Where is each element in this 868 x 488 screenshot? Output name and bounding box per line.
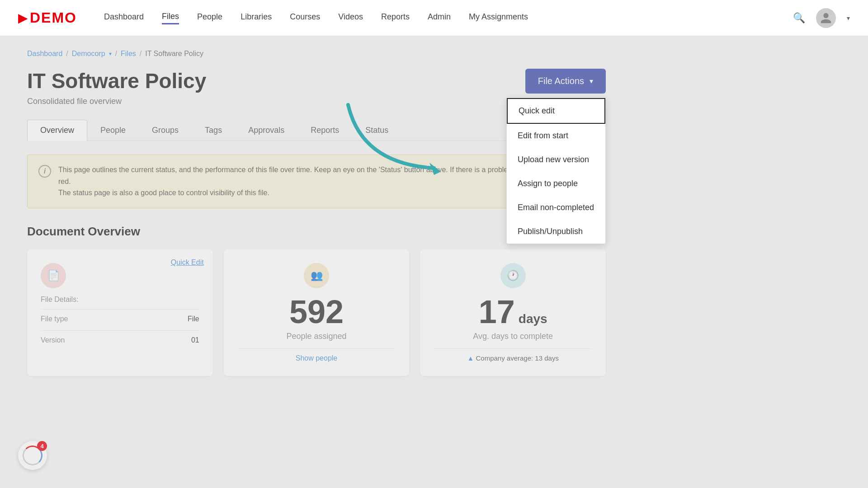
top-nav: ▶ DEMO Dashboard Files People Libraries … <box>0 0 868 36</box>
nav-admin[interactable]: Admin <box>428 12 451 23</box>
logo[interactable]: ▶ DEMO <box>18 9 77 26</box>
dropdown-item-edit-from-start[interactable]: Edit from start <box>507 124 605 148</box>
file-actions-dropdown: Quick edit Edit from start Upload new ve… <box>506 98 606 244</box>
nav-my-assignments[interactable]: My Assignments <box>469 12 528 23</box>
nav-videos[interactable]: Videos <box>338 12 363 23</box>
logo-play-icon: ▶ <box>18 10 28 25</box>
dropdown-item-assign-to-people[interactable]: Assign to people <box>507 172 605 196</box>
dropdown-item-publish-unpublish[interactable]: Publish/Unpublish <box>507 220 605 244</box>
dropdown-item-email-non-completed[interactable]: Email non-completed <box>507 196 605 220</box>
nav-reports[interactable]: Reports <box>381 12 410 23</box>
user-chevron-icon[interactable]: ▾ <box>847 14 850 22</box>
nav-people[interactable]: People <box>197 12 222 23</box>
dropdown-item-upload-new-version[interactable]: Upload new version <box>507 148 605 172</box>
nav-dashboard[interactable]: Dashboard <box>104 12 144 23</box>
nav-libraries[interactable]: Libraries <box>241 12 272 23</box>
user-avatar[interactable] <box>816 8 836 28</box>
nav-links: Dashboard Files People Libraries Courses… <box>104 12 793 24</box>
overlay-dim <box>0 0 868 488</box>
nav-courses[interactable]: Courses <box>290 12 320 23</box>
dropdown-item-quick-edit[interactable]: Quick edit <box>507 98 605 124</box>
nav-right: 🔍 ▾ <box>793 8 850 28</box>
nav-files[interactable]: Files <box>162 12 179 24</box>
search-button[interactable]: 🔍 <box>793 12 805 24</box>
user-icon <box>820 12 832 24</box>
logo-text: DEMO <box>30 9 77 26</box>
